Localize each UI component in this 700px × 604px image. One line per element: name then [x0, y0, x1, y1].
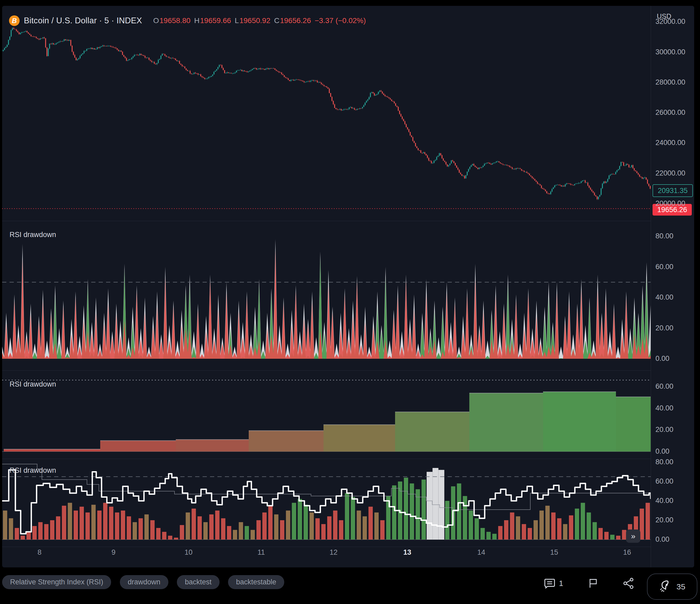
axis-tick-label: 26000.00 [655, 109, 685, 116]
time-axis-day-label: 11 [257, 548, 265, 557]
ohlc-value: 19659.66 [200, 17, 231, 25]
scroll-to-realtime-button[interactable]: » [626, 529, 640, 543]
time-axis-day-label: 8 [38, 548, 41, 557]
axis-tick-label: 0.00 [655, 448, 670, 455]
rsi-backtest-chart [2, 459, 651, 547]
axis-tick-label: 32000.00 [655, 18, 685, 25]
ohlc-key: H [194, 17, 199, 25]
time-axis-day-label: 16 [623, 548, 631, 557]
rsi-spike-chart [2, 221, 651, 371]
axis-tick-label: 30000.00 [655, 49, 685, 56]
candlestick-chart [2, 6, 651, 221]
axis-tick-label: 20.00 [655, 517, 674, 524]
axis-tick-label: 40.00 [655, 405, 674, 412]
last-price-label: 20931.35 [653, 184, 693, 197]
rsi-drawdown-pane-2[interactable]: RSI drawdown [2, 371, 651, 459]
ohlc-key: C [274, 17, 279, 25]
axis-tick-label: 0.00 [655, 536, 670, 543]
boost-button[interactable]: 35 [647, 574, 697, 600]
comments-button[interactable]: 1 [544, 575, 563, 592]
chart-widget: B Bitcoin / U.S. Dollar · 5 · INDEX O196… [2, 6, 694, 568]
axis-tick-label: 20000.00 [655, 200, 685, 207]
bottom-toolbar: Relative Strength Index (RSI) drawdown b… [2, 575, 700, 602]
rsi-drawdown-pane-1[interactable]: RSI drawdown [2, 221, 651, 371]
axis-tick-label: 40.00 [655, 294, 674, 301]
ohlc-readout: O19658.80 H19659.66 L19650.92 C19656.26 … [150, 17, 366, 25]
share-icon [622, 577, 635, 590]
price-pane[interactable] [2, 6, 651, 221]
rsi-drawdown-pane-3[interactable]: RSI drawdown [2, 459, 651, 547]
report-button[interactable] [588, 575, 599, 592]
pane-label[interactable]: RSI drawdown [9, 380, 56, 388]
time-axis-day-label: 13 [403, 548, 411, 557]
tag-drawdown[interactable]: drawdown [120, 575, 168, 589]
time-axis-day-label: 14 [477, 548, 485, 557]
axis-tick-label: 20.00 [655, 426, 674, 433]
axis-tick-label: 24000.00 [655, 139, 685, 146]
axis-tick-label: 22000.00 [655, 170, 685, 177]
price-axis-column[interactable]: USD 20931.35 19656.26 32000.0030000.0028… [651, 6, 694, 568]
time-axis-day-label: 12 [330, 548, 338, 557]
axis-tick-label: 60.00 [655, 478, 674, 485]
time-axis-day-label: 15 [550, 548, 558, 557]
axis-tick-label: 80.00 [655, 458, 674, 465]
boost-count: 35 [676, 582, 685, 591]
axis-tick-label: 80.00 [655, 232, 674, 240]
comments-count: 1 [559, 579, 563, 588]
axis-tick-label: 60.00 [655, 263, 674, 271]
ohlc-key: O [153, 17, 159, 25]
symbol-header: B Bitcoin / U.S. Dollar · 5 · INDEX O196… [9, 16, 366, 26]
pane-label[interactable]: RSI drawdown [9, 467, 56, 475]
ohlc-value: 19658.80 [159, 17, 191, 25]
flag-icon [588, 577, 599, 589]
ohlc-key: L [235, 17, 239, 25]
rocket-icon [659, 580, 673, 594]
axis-tick-label: 0.00 [655, 355, 670, 362]
ohlc-value: 19650.92 [240, 17, 271, 25]
axis-tick-label: 28000.00 [655, 79, 685, 86]
bitcoin-icon: B [9, 16, 20, 26]
time-axis-day-label: 10 [184, 548, 193, 557]
axis-tick-label: 40.00 [655, 497, 674, 504]
pane-label[interactable]: RSI drawdown [9, 231, 56, 239]
share-button[interactable] [622, 575, 635, 592]
ohlc-value: 19656.26 [280, 17, 311, 25]
time-axis-day-label: 9 [111, 548, 115, 557]
comment-icon [544, 577, 556, 589]
symbol-title[interactable]: Bitcoin / U.S. Dollar · 5 · INDEX [24, 16, 142, 25]
change-readout: −3.37 (−0.02%) [315, 17, 366, 25]
drawdown-step-chart [2, 371, 651, 459]
tag-backtestable[interactable]: backtestable [228, 575, 284, 589]
axis-tick-label: 60.00 [655, 383, 674, 390]
tag-rsi[interactable]: Relative Strength Index (RSI) [2, 575, 111, 589]
axis-tick-label: 20.00 [655, 325, 674, 332]
tag-backtest[interactable]: backtest [177, 575, 220, 589]
